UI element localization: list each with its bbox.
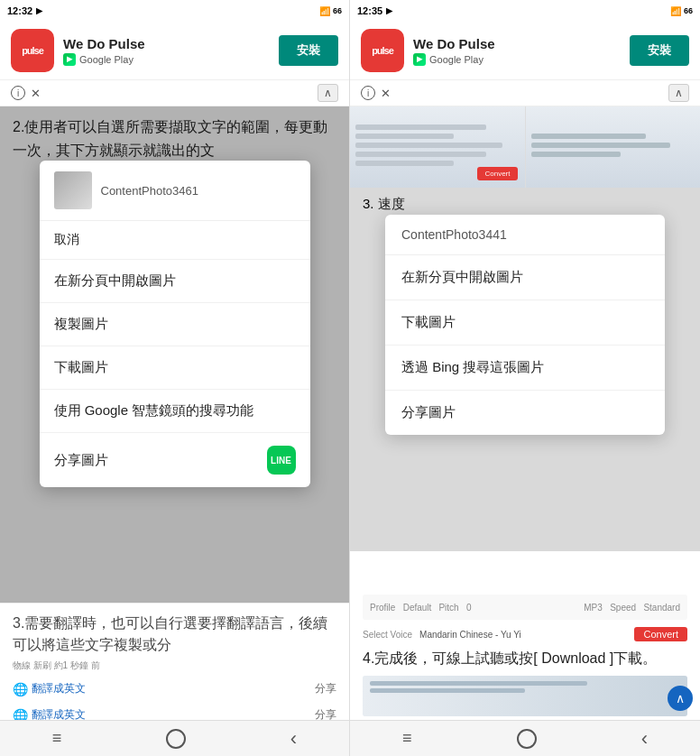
ctx-item-google-lens-left[interactable]: 使用 Google 智慧鏡頭的搜尋功能: [40, 390, 310, 433]
battery-right: 66: [684, 6, 693, 15]
context-menu-overlay-left: ContentPhoto3461 取消 在新分頁中開啟圖片 複製圖片 下載圖片 …: [0, 106, 349, 603]
close-icon-right[interactable]: ✕: [381, 87, 391, 100]
app-icon-left: pulse: [11, 29, 54, 72]
info-bar-left: i ✕ ∧: [0, 80, 349, 106]
app-name-left: We Do Pulse: [63, 36, 270, 51]
ss-row4: [355, 152, 486, 157]
signal-icon-right: 📶: [670, 6, 681, 16]
nav-back-left[interactable]: ‹: [290, 727, 297, 751]
app-info-left: We Do Pulse ▶ Google Play: [63, 36, 270, 66]
voice-value: Mandarin Chinese - Yu Yi: [419, 630, 521, 640]
screenshot-mock-left: Convert: [350, 106, 525, 188]
left-panel: 12:32 ▶ 📶 66 pulse We Do Pulse ▶ Google …: [0, 0, 350, 756]
gplay-label-right: Google Play: [429, 54, 484, 65]
translate-btn1-left[interactable]: 🌐 翻譯成英文: [13, 681, 86, 696]
info-bar-right: i ✕ ∧: [350, 80, 700, 106]
gplay-row-right: ▶ Google Play: [413, 53, 621, 66]
ctx-item-share-left[interactable]: 分享圖片 LINE: [40, 433, 310, 487]
app-initial-right: pulse: [372, 45, 393, 56]
ss-row1: [355, 124, 486, 130]
info-icon-left: i: [11, 86, 25, 100]
app-header-right: pulse We Do Pulse ▶ Google Play 安裝: [350, 22, 700, 80]
convert-btn-mock: Convert: [477, 167, 517, 180]
gplay-icon-left: ▶: [63, 53, 76, 66]
status-icons-right: 📶 66: [670, 6, 693, 16]
right-panel: 12:35 ▶ 📶 66 pulse We Do Pulse ▶ Google …: [350, 0, 700, 756]
nav-back-right[interactable]: ‹: [641, 727, 648, 751]
ss-row5: [355, 161, 454, 166]
translate-row2-left: 🌐 翻譯成英文 分享: [13, 702, 336, 720]
settings-label: Profile Default: [370, 603, 431, 613]
ss-row-r1: [531, 134, 646, 139]
bs-row1: [370, 681, 587, 686]
bs-inner-right: [363, 676, 687, 716]
nav-bar-left: ≡ ‹: [0, 720, 349, 756]
scroll-up-button-right[interactable]: ∧: [668, 686, 693, 711]
nav-menu-left[interactable]: ≡: [52, 729, 62, 748]
line-icon-left: LINE: [267, 446, 296, 475]
page-content-left: 2.使用者可以自選所需要擷取文字的範圍，每更動一次，其下方就顯示就識出的文 Co…: [0, 106, 349, 603]
collapse-button-right[interactable]: ∧: [668, 84, 689, 102]
context-cancel-left[interactable]: 取消: [40, 221, 310, 260]
collapse-button-left[interactable]: ∧: [318, 84, 338, 102]
ctx-item-share-right[interactable]: 分享圖片: [385, 391, 665, 435]
play-icon-left: ▶: [36, 6, 42, 15]
bs-row2: [370, 688, 525, 693]
section4-text: 4.完成後，可線上試聽或按[ Download ]下載。: [363, 647, 687, 670]
ctx-item-download-left[interactable]: 下載圖片: [40, 346, 310, 390]
context-header-right: ContentPhoto3441: [385, 215, 665, 255]
install-button-left[interactable]: 安裝: [279, 35, 338, 66]
context-title-left: ContentPhoto3461: [101, 184, 198, 198]
translate-btn2-left[interactable]: 🌐 翻譯成英文: [13, 707, 86, 720]
info-icon-right: i: [361, 86, 375, 100]
ctx-item-open-right[interactable]: 在新分頁中開啟圖片: [385, 255, 665, 300]
signal-icon-left: 📶: [319, 6, 330, 16]
gplay-row-left: ▶ Google Play: [63, 53, 270, 66]
bs-content: [363, 676, 687, 698]
ss-row3: [355, 143, 502, 148]
nav-home-right[interactable]: [517, 729, 537, 749]
app-info-right: We Do Pulse ▶ Google Play: [413, 36, 621, 66]
bottom-text-left: 3.需要翻譯時，也可以自行選要擇翻譯語言，後續可以將這些文字複製或分: [13, 613, 336, 656]
app-header-left: pulse We Do Pulse ▶ Google Play 安裝: [0, 22, 349, 80]
translate-row1-left: 🌐 翻譯成英文 分享: [13, 676, 336, 702]
status-icons-left: 📶 66: [319, 6, 342, 16]
voice-label: Select Voice: [363, 630, 412, 640]
nav-home-left[interactable]: [166, 729, 186, 749]
share-label1-left[interactable]: 分享: [315, 681, 336, 696]
bottom-section-left: 3.需要翻譯時，也可以自行選要擇翻譯語言，後續可以將這些文字複製或分 物線 新刷…: [0, 603, 349, 720]
app-initial-left: pulse: [22, 45, 43, 56]
ctx-item-download-right[interactable]: 下載圖片: [385, 300, 665, 346]
chevron-up-icon: ∧: [676, 691, 685, 705]
close-icon-left[interactable]: ✕: [31, 87, 41, 100]
play-icon-right: ▶: [386, 6, 392, 15]
ctx-item-open-left[interactable]: 在新分頁中開啟圖片: [40, 260, 310, 303]
small-text-left: 物線 新刷 約1 秒鐘 前: [13, 659, 100, 672]
app-name-right: We Do Pulse: [413, 36, 621, 51]
bottom-section-right: Profile Default Pitch 0 MP3 Speed Standa…: [350, 587, 700, 720]
settings-bar-right: Profile Default Pitch 0 MP3 Speed Standa…: [363, 595, 687, 620]
screenshot-area-right: Convert: [350, 106, 700, 188]
screenshot-rows-right: [526, 128, 701, 166]
nav-menu-right[interactable]: ≡: [402, 729, 412, 748]
bottom-screenshot-right: [363, 676, 687, 716]
context-menu-left: ContentPhoto3461 取消 在新分頁中開啟圖片 複製圖片 下載圖片 …: [40, 161, 310, 487]
screenshot-mock-right: [525, 106, 701, 188]
share-label2-left[interactable]: 分享: [315, 707, 336, 720]
right-content-area: Convert 3. 速度 ContentPhoto3441 在新分頁中開啟圖片…: [350, 106, 700, 587]
status-bar-right: 12:35 ▶ 📶 66: [350, 0, 700, 22]
app-icon-right: pulse: [361, 29, 404, 72]
nav-bar-right: ≡ ‹: [350, 720, 700, 756]
ctx-item-copy-left[interactable]: 複製圖片: [40, 303, 310, 346]
gplay-label-left: Google Play: [79, 54, 134, 65]
ctx-item-bing-right[interactable]: 透過 Bing 搜尋這張圖片: [385, 346, 665, 391]
convert-btn-right[interactable]: Convert: [634, 627, 687, 641]
ss-row-r3: [531, 152, 622, 157]
install-button-right[interactable]: 安裝: [630, 35, 689, 66]
ss-row2: [355, 134, 454, 139]
pitch-label: Pitch 0: [438, 603, 471, 613]
voice-bar-right: Select Voice Mandarin Chinese - Yu Yi Co…: [363, 625, 687, 643]
format-label: MP3 Speed Standard: [584, 603, 680, 613]
gplay-icon-right: ▶: [413, 53, 426, 66]
time-left: 12:32: [7, 5, 32, 16]
